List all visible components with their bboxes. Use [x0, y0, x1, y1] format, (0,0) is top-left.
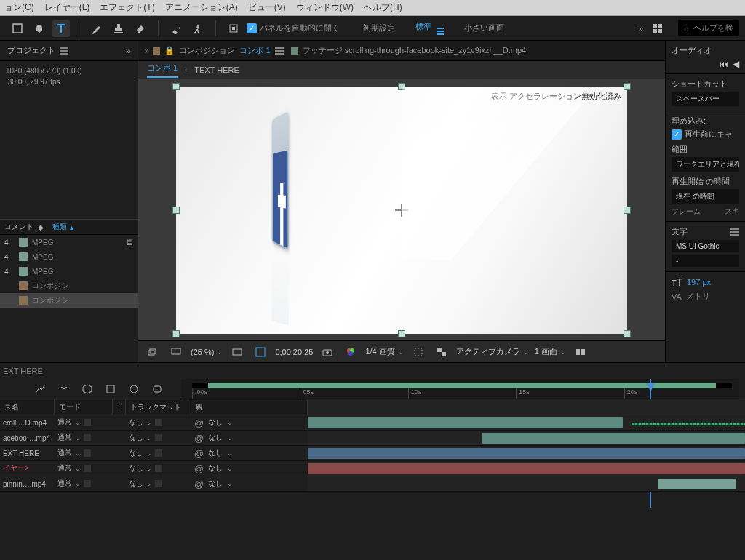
graph-icon[interactable]	[32, 380, 49, 398]
comp-tab-link[interactable]: コンポ 1	[239, 45, 270, 56]
panel-menu-icon[interactable]	[730, 228, 739, 236]
frame-blend-icon[interactable]	[102, 380, 119, 398]
camera-select[interactable]: アクティブカメラ⌄	[456, 346, 529, 357]
shy-icon[interactable]	[55, 380, 73, 398]
col-parent[interactable]: 親	[191, 399, 308, 415]
view-options-icon[interactable]	[572, 343, 589, 361]
col-kind[interactable]: 種類 ▴	[52, 222, 73, 232]
motion-blur-icon[interactable]	[125, 380, 143, 398]
pen-tool[interactable]	[88, 20, 105, 37]
type-tool[interactable]	[52, 20, 70, 37]
col-t[interactable]: T	[113, 399, 126, 415]
layer-track[interactable]	[308, 431, 745, 446]
pickwhip-icon[interactable]: @	[194, 433, 204, 444]
eraser-tool[interactable]	[132, 20, 149, 37]
font-style[interactable]: -	[672, 255, 739, 267]
workspace-default[interactable]: 初期設定	[363, 23, 395, 33]
region-icon[interactable]	[410, 343, 427, 361]
layer-bar[interactable]	[482, 433, 745, 444]
menu-layer[interactable]: レイヤー(L)	[44, 1, 90, 14]
playstart-value[interactable]: 現在 の時間	[672, 189, 739, 204]
flowchart-icon[interactable]: ⚃	[127, 239, 133, 247]
pickwhip-icon[interactable]: @	[194, 448, 204, 459]
monitor-icon[interactable]	[167, 343, 185, 361]
project-item[interactable]: 4MPEG	[0, 249, 138, 264]
menu-anim[interactable]: アニメーション(A)	[165, 1, 238, 14]
workspace-standard[interactable]: 標準	[415, 21, 444, 35]
layer-row[interactable]: pinnin….mp4 通常⌄ なし⌄ @なし⌄	[0, 476, 308, 492]
auto-open-panel-toggle[interactable]: ✓ パネルを自動的に開く	[247, 23, 340, 33]
pickwhip-icon[interactable]: @	[194, 479, 204, 489]
breadcrumb-current[interactable]: コンポ 1	[147, 63, 178, 78]
handle-ml[interactable]	[172, 207, 180, 214]
menu-view[interactable]: ビュー(V)	[248, 1, 286, 14]
handle-tr[interactable]	[624, 83, 631, 90]
layer-row[interactable]: crolli…D.mp4 通常⌄ なし⌄ @なし⌄	[0, 415, 308, 431]
transparency-icon[interactable]	[433, 343, 450, 361]
layer-bar[interactable]	[308, 463, 745, 474]
cache-checkbox[interactable]: ✓	[672, 129, 682, 140]
roto-tool[interactable]	[167, 20, 185, 37]
layer-track[interactable]	[308, 476, 745, 492]
menu-comp[interactable]: ョン(C)	[4, 1, 34, 14]
magnify-icon[interactable]	[144, 343, 162, 361]
workspace-small[interactable]: 小さい画面	[464, 23, 504, 33]
time-ruler[interactable]: :00s05s10s15s20s	[181, 379, 739, 399]
range-value[interactable]: ワークエリアと現在	[672, 157, 739, 172]
project-item[interactable]: コンポジシ	[0, 279, 138, 293]
timeline-tab[interactable]: EXT HERE	[3, 367, 43, 375]
panel-menu-icon[interactable]	[60, 47, 68, 55]
layer-track[interactable]	[308, 461, 745, 476]
menu-effect[interactable]: エフェクト(T)	[100, 1, 154, 14]
lock-icon[interactable]: 🔒	[164, 46, 175, 55]
box-icon[interactable]	[79, 380, 96, 398]
pickwhip-icon[interactable]: @	[194, 463, 204, 474]
prev-frame-icon[interactable]: ◀	[733, 59, 739, 69]
brain-icon[interactable]	[148, 380, 166, 398]
pickwhip-icon[interactable]: @	[194, 417, 204, 428]
breadcrumb-next[interactable]: TEXT HERE	[194, 65, 239, 74]
help-search[interactable]: ⌕ ヘルプを検	[678, 20, 739, 36]
menu-help[interactable]: ヘルプ(H)	[364, 1, 402, 14]
footage-tab[interactable]: フッテージ scrolling-through-facebook-site_zy…	[291, 45, 527, 56]
col-source[interactable]: ス名	[0, 399, 55, 415]
menu-window[interactable]: ウィンドウ(W)	[296, 1, 354, 14]
comp-tab[interactable]: × 🔒 コンポジション コンポ 1	[144, 45, 284, 56]
layer-track[interactable]	[308, 446, 745, 461]
col-trackmatte[interactable]: トラックマット	[126, 399, 191, 415]
close-icon[interactable]: ×	[144, 47, 148, 55]
handle-tm[interactable]	[398, 83, 405, 90]
selection-tool[interactable]	[9, 20, 26, 37]
comp-viewer[interactable]: 表示 アクセラレーション無効化済み	[138, 79, 665, 340]
col-mode[interactable]: モード	[55, 399, 113, 415]
project-item[interactable]: コンポジシ	[0, 293, 138, 308]
handle-bm[interactable]	[398, 330, 405, 337]
timecode[interactable]: 0;00;20;25	[275, 348, 313, 356]
handle-bl[interactable]	[172, 330, 180, 337]
views-select[interactable]: 1 画面⌄	[535, 346, 566, 357]
mask-icon[interactable]	[252, 343, 269, 361]
handle-tl[interactable]	[172, 83, 180, 90]
quality-select[interactable]: 1/4 画質⌄	[365, 346, 403, 357]
font-family[interactable]: MS UI Gothic	[672, 240, 739, 252]
project-item[interactable]: 4MPEG	[0, 264, 138, 279]
resolution-icon[interactable]	[228, 343, 246, 361]
project-item[interactable]: 4MPEG⚃	[0, 235, 138, 249]
layer-bar[interactable]	[308, 417, 623, 428]
font-size[interactable]: 197 px	[687, 278, 711, 287]
canvas[interactable]: 表示 アクセラレーション無効化済み	[176, 87, 627, 334]
more-icon[interactable]: »	[126, 47, 130, 55]
layer-bar[interactable]	[308, 448, 745, 459]
more-icon[interactable]: »	[639, 24, 643, 33]
layer-row[interactable]: aceboo….mp4 通常⌄ なし⌄ @なし⌄	[0, 431, 308, 446]
layer-row[interactable]: EXT HERE 通常⌄ なし⌄ @なし⌄	[0, 446, 308, 461]
col-comment[interactable]: コメント	[4, 222, 33, 232]
grid-icon[interactable]	[649, 20, 666, 37]
handle-br[interactable]	[624, 330, 631, 337]
label-icon[interactable]: ◆	[38, 223, 48, 231]
snap-icon[interactable]	[225, 20, 242, 37]
hand-tool[interactable]	[31, 20, 48, 37]
stamp-tool[interactable]	[110, 20, 127, 37]
panel-menu-icon[interactable]	[275, 47, 284, 55]
shortcut-value[interactable]: スペースバー	[672, 92, 739, 106]
